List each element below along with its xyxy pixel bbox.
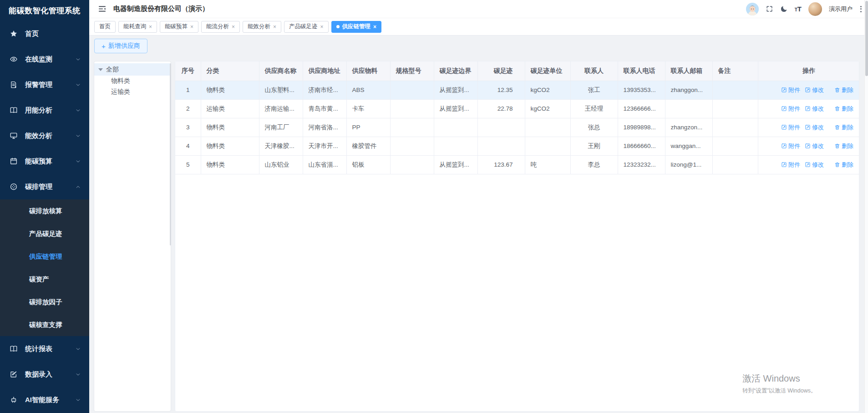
chevron-up-icon xyxy=(75,184,81,190)
attachment-link[interactable]: 附件 xyxy=(781,123,800,132)
pen-square-icon xyxy=(781,124,787,130)
tab-close-icon[interactable]: × xyxy=(232,24,235,30)
assistant-avatar[interactable] xyxy=(746,3,759,15)
sidebar-subitem[interactable]: 碳排放因子 xyxy=(0,291,89,313)
sidebar-submenu: 碳排放核算产品碳足迹供应链管理碳资产碳排放因子碳核查支撑 xyxy=(0,199,89,336)
sidebar: 能碳数智化管理系统 首页在线监测报警管理用能分析能效分析能碳预算碳排管理碳排放核… xyxy=(0,0,89,413)
dark-mode-icon[interactable] xyxy=(780,5,788,13)
company-title: 电器制造股份有限公司（演示） xyxy=(113,5,209,13)
table-cell: 天津市开... xyxy=(303,137,346,155)
tab-close-icon[interactable]: × xyxy=(373,24,376,30)
table-cell-actions: 附件修改删除 xyxy=(758,81,859,99)
table-cell: 18666660... xyxy=(618,137,665,155)
sidebar-item[interactable]: 用能分析 xyxy=(0,97,89,123)
table-cell: 12366666... xyxy=(618,99,665,118)
table-cell: 济南运输... xyxy=(259,99,303,118)
trash-icon xyxy=(834,143,840,149)
chevron-down-icon xyxy=(75,133,81,139)
table-cell xyxy=(712,99,758,118)
table-cell: zhangzon... xyxy=(665,118,712,137)
window-scrollbar xyxy=(864,0,868,413)
titlebar-actions: TT 演示用户 xyxy=(746,2,863,16)
sidebar-subitem[interactable]: 碳核查支撑 xyxy=(0,313,89,336)
table-row[interactable]: 1物料类山东塑料...济南市经...ABS从摇篮到...12.35kgCO2张工… xyxy=(175,81,859,99)
attachment-link[interactable]: 附件 xyxy=(781,105,800,113)
sidebar-item[interactable]: 碳排管理 xyxy=(0,174,89,199)
attachment-link[interactable]: 附件 xyxy=(781,86,800,94)
table-cell: PP xyxy=(346,118,390,137)
attachment-link[interactable]: 附件 xyxy=(781,142,800,150)
column-header: 操作 xyxy=(758,61,859,81)
attachment-link[interactable]: 附件 xyxy=(781,161,800,169)
tab[interactable]: 能流分析× xyxy=(201,21,240,33)
tree-node[interactable]: 物料类 xyxy=(94,76,171,87)
scrollbar-thumb[interactable] xyxy=(865,1,868,76)
edit-link[interactable]: 修改 xyxy=(805,142,824,150)
tree-scrollbar[interactable] xyxy=(170,63,171,245)
tree-node-all[interactable]: 全部 xyxy=(94,63,171,76)
sidebar-item[interactable]: AI智能服务 xyxy=(0,387,89,413)
active-tab-dot-icon xyxy=(336,25,340,28)
table-cell: 河南省洛... xyxy=(303,118,346,137)
table-row[interactable]: 2运输类济南运输...青岛市黄...卡车从摇篮到...22.78kgCO2王经理… xyxy=(175,99,859,118)
delete-link[interactable]: 删除 xyxy=(834,105,853,113)
table-cell xyxy=(434,137,477,155)
sidebar-subitem[interactable]: 供应链管理 xyxy=(0,245,89,268)
sidebar-item[interactable]: 能碳预算 xyxy=(0,148,89,174)
delete-link[interactable]: 删除 xyxy=(834,142,853,150)
tab[interactable]: 能碳预算× xyxy=(160,21,198,33)
more-menu-icon[interactable] xyxy=(859,5,863,13)
sidebar-item[interactable]: 数据录入 xyxy=(0,362,89,387)
sidebar-item[interactable]: 报警管理 xyxy=(0,72,89,97)
sidebar-item[interactable]: 在线监测 xyxy=(0,46,89,72)
sidebar-item-label: 用能分析 xyxy=(25,106,75,115)
tab-close-icon[interactable]: × xyxy=(149,24,152,30)
delete-link[interactable]: 删除 xyxy=(834,123,853,132)
sidebar-item[interactable]: 首页 xyxy=(0,21,89,46)
edit-link[interactable]: 修改 xyxy=(805,123,824,132)
font-size-icon[interactable]: TT xyxy=(795,5,802,12)
tab[interactable]: 产品碳足迹× xyxy=(284,21,329,33)
pen-square-icon xyxy=(781,87,787,93)
tab[interactable]: 首页 xyxy=(94,21,116,33)
tab-close-icon[interactable]: × xyxy=(273,24,276,30)
table-cell xyxy=(712,137,758,155)
table-row[interactable]: 3物料类河南工厂河南省洛...PP张总18989898...zhangzon..… xyxy=(175,118,859,137)
pen-square-icon xyxy=(781,162,787,168)
table-cell xyxy=(712,155,758,174)
caret-down-icon xyxy=(98,68,103,71)
delete-link[interactable]: 删除 xyxy=(834,86,853,94)
book-icon xyxy=(10,345,18,353)
collapse-menu-icon[interactable] xyxy=(98,5,107,13)
table-cell: 王刚 xyxy=(570,137,618,155)
sidebar-subitem[interactable]: 碳资产 xyxy=(0,268,89,291)
edit-link[interactable]: 修改 xyxy=(805,86,824,94)
column-header: 供应商名称 xyxy=(259,61,303,81)
tab[interactable]: 能耗查询× xyxy=(118,21,157,33)
add-supplier-button[interactable]: + 新增供应商 xyxy=(94,39,147,53)
sidebar-subitem[interactable]: 碳排放核算 xyxy=(0,199,89,222)
delete-link[interactable]: 删除 xyxy=(834,161,853,169)
sidebar-subitem[interactable]: 产品碳足迹 xyxy=(0,222,89,245)
tab[interactable]: 能效分析× xyxy=(243,21,281,33)
table-row[interactable]: 5物料类山东铝业山东省淄...铝板从摇篮到...123.67吨李总1232323… xyxy=(175,155,859,174)
sidebar-item-label: AI智能服务 xyxy=(25,396,75,404)
sidebar-item[interactable]: 能效分析 xyxy=(0,123,89,148)
sidebar-item[interactable]: 统计报表 xyxy=(0,336,89,362)
edit-link[interactable]: 修改 xyxy=(805,105,824,113)
tab[interactable]: 供应链管理× xyxy=(331,21,382,33)
username[interactable]: 演示用户 xyxy=(829,5,853,13)
title-bar: 电器制造股份有限公司（演示） TT 演示用户 xyxy=(89,0,868,18)
fullscreen-icon[interactable] xyxy=(766,5,773,13)
table-cell xyxy=(390,137,434,155)
edit-link[interactable]: 修改 xyxy=(805,161,824,169)
tree-node[interactable]: 运输类 xyxy=(94,87,171,97)
tab-close-icon[interactable]: × xyxy=(190,24,193,30)
user-avatar[interactable] xyxy=(808,2,822,16)
tab-close-icon[interactable]: × xyxy=(320,24,324,30)
tab-label: 供应链管理 xyxy=(342,23,371,31)
star-icon xyxy=(10,30,18,38)
sidebar-item-label: 首页 xyxy=(25,30,81,38)
table-row[interactable]: 4物料类天津橡胶...天津市开...橡胶管件王刚18666660...wangg… xyxy=(175,137,859,155)
table-body: 1物料类山东塑料...济南市经...ABS从摇篮到...12.35kgCO2张工… xyxy=(175,81,859,174)
